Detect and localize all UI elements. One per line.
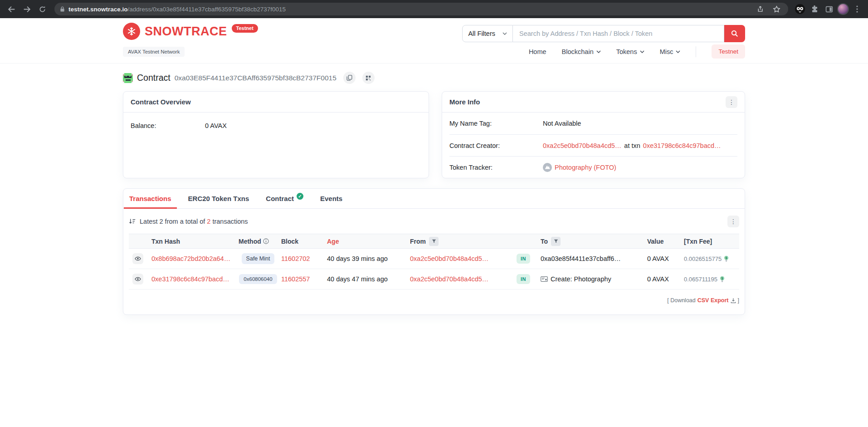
search-icon: [731, 30, 738, 37]
value-cell: 0 AVAX: [644, 255, 680, 262]
direction-badge: IN: [517, 254, 530, 264]
contract-address: 0xa03E85F4411e37CBAff635975bf38cB2737F00…: [175, 74, 336, 82]
main-content: Contract 0xa03E85F4411e37CBAff635975bf38…: [123, 64, 745, 315]
txn-hash-link[interactable]: 0xe31798c6c84c97bacd…: [151, 275, 229, 283]
eye-icon: [135, 276, 141, 282]
browser-menu-button[interactable]: [851, 3, 863, 15]
block-link[interactable]: 11602557: [281, 275, 310, 283]
from-filter-button[interactable]: [429, 237, 439, 246]
method-badge: Safe Mint: [242, 253, 275, 264]
tab-events[interactable]: Events: [315, 189, 348, 208]
chevron-down-icon: [596, 50, 601, 53]
qr-code-icon: [366, 75, 371, 81]
qr-code-button[interactable]: [362, 72, 375, 84]
browser-sidepanel-button[interactable]: [823, 3, 835, 15]
from-address-link[interactable]: 0xa2c5e0bd70b48a4cd5…: [410, 275, 488, 283]
sort-icon: [129, 218, 136, 225]
token-tracker-row: Token Tracker: Photography (FOTO): [449, 156, 737, 178]
txn-fee-value: 0.0026515775: [684, 255, 722, 262]
browser-bookmark-button[interactable]: [770, 3, 783, 15]
from-address-link[interactable]: 0xa2c5e0bd70b48a4cd5…: [410, 255, 488, 262]
copy-address-button[interactable]: [343, 72, 356, 84]
tab-contract[interactable]: Contract✓: [260, 189, 309, 208]
brand-testnet-badge: Testnet: [232, 24, 258, 33]
balance-label: Balance:: [131, 122, 205, 129]
transaction-row: 0x8b698ac72bd20b2a64… Safe Mint 11602702…: [129, 249, 739, 269]
balance-value: 0 AVAX: [205, 122, 227, 129]
tx-preview-button[interactable]: [132, 274, 143, 285]
transactions-table: Txn Hash Method Block Age From To Value …: [123, 234, 745, 290]
url-domain: testnet.snowtrace.io: [68, 6, 128, 13]
chevron-down-icon: [676, 50, 680, 53]
nav-testnet-button[interactable]: Testnet: [712, 44, 745, 59]
svg-text:$: $: [722, 276, 723, 280]
col-method: Method: [235, 238, 278, 245]
site-logo[interactable]: SNOWTRACE Testnet: [123, 23, 258, 40]
nav-home[interactable]: Home: [529, 48, 546, 55]
more-info-menu-button[interactable]: ⋮: [726, 96, 737, 108]
csv-export-link[interactable]: CSV Export: [697, 297, 736, 304]
filter-icon: [554, 239, 558, 244]
page-title: Contract: [137, 73, 171, 83]
lock-icon: [60, 6, 65, 12]
side-panel-icon: [825, 5, 833, 13]
browser-share-button[interactable]: [754, 3, 766, 15]
block-link[interactable]: 11602702: [281, 255, 310, 262]
value-cell: 0 AVAX: [644, 275, 680, 283]
browser-refresh-button[interactable]: [35, 2, 49, 16]
age-value: 40 days 47 mins ago: [323, 275, 406, 283]
browser-extension-owl-button[interactable]: [794, 3, 806, 15]
owl-extension-icon: [795, 4, 805, 15]
table-footer: [ Download CSV Export ]: [123, 290, 745, 311]
creation-txn-link[interactable]: 0xe31798c6c84c97bacd…: [643, 142, 721, 149]
site-header: SNOWTRACE Testnet All Filters AVAX Testn…: [0, 18, 868, 64]
overview-card-title: Contract Overview: [131, 98, 191, 106]
browser-address-bar[interactable]: testnet.snowtrace.io/address/0xa03e85f44…: [54, 3, 788, 15]
transactions-menu-button[interactable]: ⋮: [727, 216, 739, 227]
creator-address-link[interactable]: 0xa2c5e0bd70b48a4cd5…: [543, 142, 621, 149]
nav-blockchain[interactable]: Blockchain: [562, 48, 601, 55]
col-txn-fee: [Txn Fee]: [680, 238, 739, 245]
col-from: From: [406, 237, 513, 246]
col-value: Value: [644, 238, 680, 245]
age-value: 40 days 39 mins ago: [323, 255, 406, 262]
transaction-row: 0xe31798c6c84c97bacd… 0x60806040 1160255…: [129, 269, 739, 290]
txn-hash-link[interactable]: 0x8b698ac72bd20b2a64…: [151, 255, 230, 262]
tab-transactions[interactable]: Transactions: [124, 189, 177, 208]
chevron-down-icon: [640, 50, 644, 53]
tab-erc20-token-txns[interactable]: ERC20 Token Txns: [183, 189, 255, 208]
download-icon: [731, 298, 736, 304]
contract-creator-label: Contract Creator:: [449, 142, 543, 149]
info-icon[interactable]: [263, 238, 269, 244]
browser-back-button[interactable]: [5, 2, 18, 16]
name-tag-row: My Name Tag: Not Available: [449, 113, 737, 134]
col-to: To: [537, 237, 644, 246]
share-icon: [757, 5, 764, 13]
nav-divider: [696, 46, 696, 57]
col-txn-hash: Txn Hash: [148, 238, 235, 245]
browser-profile-avatar[interactable]: [837, 3, 849, 15]
search-filter-dropdown[interactable]: All Filters: [462, 25, 513, 42]
col-block: Block: [278, 238, 323, 245]
txn-fee-value: 0.065711195: [684, 276, 717, 283]
contract-creator-row: Contract Creator: 0xa2c5e0bd70b48a4cd5… …: [449, 134, 737, 156]
search-button[interactable]: [724, 25, 745, 42]
transactions-card: Transactions ERC20 Token Txns Contract✓ …: [123, 188, 745, 315]
col-age-toggle[interactable]: Age: [323, 238, 406, 245]
kebab-menu-icon: [856, 5, 858, 13]
nav-tokens[interactable]: Tokens: [616, 48, 644, 55]
verified-check-icon: ✓: [297, 193, 303, 200]
snowtrace-logo-icon: [123, 23, 140, 40]
browser-extensions-button[interactable]: [808, 3, 821, 15]
contract-identicon: [123, 73, 133, 83]
tx-preview-button[interactable]: [132, 253, 143, 264]
to-filter-button[interactable]: [551, 237, 561, 246]
browser-forward-button[interactable]: [20, 2, 34, 16]
name-tag-label: My Name Tag:: [449, 120, 543, 127]
gas-fee-bulb-icon: $: [720, 276, 725, 283]
search-input[interactable]: [513, 25, 724, 42]
network-label: AVAX Testnet Network: [123, 47, 185, 57]
url-text: testnet.snowtrace.io/address/0xa03e85f44…: [68, 6, 286, 13]
nav-misc[interactable]: Misc: [660, 48, 681, 55]
token-tracker-link[interactable]: Photography (FOTO): [555, 164, 616, 171]
